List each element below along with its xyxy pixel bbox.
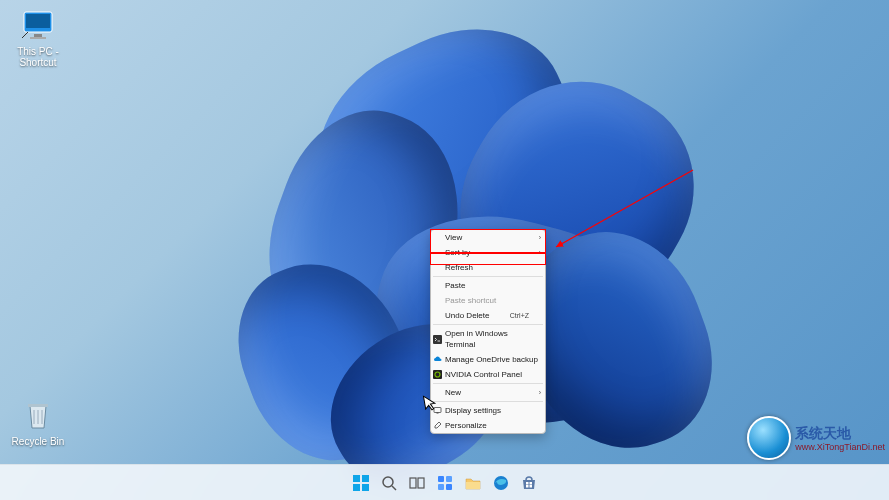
- svg-rect-28: [529, 485, 532, 488]
- menu-label: View: [445, 232, 462, 243]
- terminal-icon: [433, 335, 442, 344]
- svg-rect-19: [438, 476, 444, 482]
- menu-label: NVIDIA Control Panel: [445, 369, 522, 380]
- menu-item-onedrive-backup[interactable]: Manage OneDrive backup: [431, 352, 545, 367]
- svg-rect-4: [28, 404, 48, 407]
- svg-rect-6: [433, 370, 442, 379]
- desktop-icon-this-pc[interactable]: This PC - Shortcut: [8, 8, 68, 68]
- task-view-button[interactable]: [406, 472, 428, 494]
- svg-rect-23: [466, 482, 480, 489]
- svg-rect-20: [446, 476, 452, 482]
- svg-rect-12: [362, 475, 369, 482]
- search-button[interactable]: [378, 472, 400, 494]
- menu-shortcut: Ctrl+Z: [510, 310, 529, 321]
- globe-icon: [747, 416, 791, 460]
- widgets-button[interactable]: [434, 472, 456, 494]
- desktop-context-menu: View › Sort by › Refresh Paste Paste sho…: [430, 229, 546, 434]
- menu-item-display-settings[interactable]: Display settings: [431, 403, 545, 418]
- store-button[interactable]: [518, 472, 540, 494]
- start-button[interactable]: [350, 472, 372, 494]
- edge-button[interactable]: [490, 472, 512, 494]
- desktop-icon-label: This PC - Shortcut: [8, 46, 68, 68]
- menu-label: Personalize: [445, 420, 487, 431]
- chevron-right-icon: ›: [539, 387, 541, 398]
- menu-separator: [433, 324, 543, 325]
- svg-rect-2: [34, 34, 42, 37]
- svg-rect-5: [433, 335, 442, 344]
- personalize-icon: [433, 421, 442, 430]
- svg-rect-21: [438, 484, 444, 490]
- menu-label: Paste: [445, 280, 465, 291]
- watermark-title: 系统天地: [795, 425, 851, 441]
- this-pc-icon: [20, 8, 56, 44]
- menu-item-refresh[interactable]: Refresh: [431, 260, 545, 275]
- desktop-icon-recycle-bin[interactable]: Recycle Bin: [8, 398, 68, 447]
- menu-item-paste-shortcut: Paste shortcut: [431, 293, 545, 308]
- cloud-icon: [433, 355, 442, 364]
- svg-rect-22: [446, 484, 452, 490]
- svg-rect-3: [30, 37, 46, 39]
- svg-rect-13: [353, 484, 360, 491]
- recycle-bin-icon: [20, 398, 56, 434]
- menu-item-undo-delete[interactable]: Undo Delete Ctrl+Z: [431, 308, 545, 323]
- svg-rect-1: [26, 14, 50, 28]
- watermark-url: www.XiTongTianDi.net: [795, 443, 885, 452]
- svg-point-15: [383, 477, 393, 487]
- menu-label: Manage OneDrive backup: [445, 354, 538, 365]
- svg-rect-11: [353, 475, 360, 482]
- menu-separator: [433, 383, 543, 384]
- menu-label: New: [445, 387, 461, 398]
- svg-rect-25: [526, 482, 529, 485]
- desktop-icon-label: Recycle Bin: [8, 436, 68, 447]
- menu-label: Undo Delete: [445, 310, 489, 321]
- chevron-right-icon: ›: [539, 232, 541, 243]
- menu-item-sort-by[interactable]: Sort by ›: [431, 245, 545, 260]
- chevron-right-icon: ›: [539, 247, 541, 258]
- taskbar: [0, 464, 889, 500]
- menu-item-paste[interactable]: Paste: [431, 278, 545, 293]
- svg-rect-26: [529, 482, 532, 485]
- nvidia-icon: [433, 370, 442, 379]
- menu-item-open-terminal[interactable]: Open in Windows Terminal: [431, 326, 545, 352]
- file-explorer-button[interactable]: [462, 472, 484, 494]
- svg-rect-18: [418, 478, 424, 488]
- menu-label: Display settings: [445, 405, 501, 416]
- menu-item-new[interactable]: New ›: [431, 385, 545, 400]
- menu-label: Refresh: [445, 262, 473, 273]
- menu-item-personalize[interactable]: Personalize: [431, 418, 545, 433]
- menu-label: Paste shortcut: [445, 295, 496, 306]
- menu-separator: [433, 276, 543, 277]
- watermark: 系统天地 www.XiTongTianDi.net: [747, 416, 885, 460]
- svg-line-16: [392, 486, 396, 490]
- svg-rect-17: [410, 478, 416, 488]
- menu-label: Open in Windows Terminal: [445, 328, 539, 350]
- menu-separator: [433, 401, 543, 402]
- menu-item-nvidia[interactable]: NVIDIA Control Panel: [431, 367, 545, 382]
- svg-rect-14: [362, 484, 369, 491]
- menu-item-view[interactable]: View ›: [431, 230, 545, 245]
- svg-rect-27: [526, 485, 529, 488]
- menu-label: Sort by: [445, 247, 470, 258]
